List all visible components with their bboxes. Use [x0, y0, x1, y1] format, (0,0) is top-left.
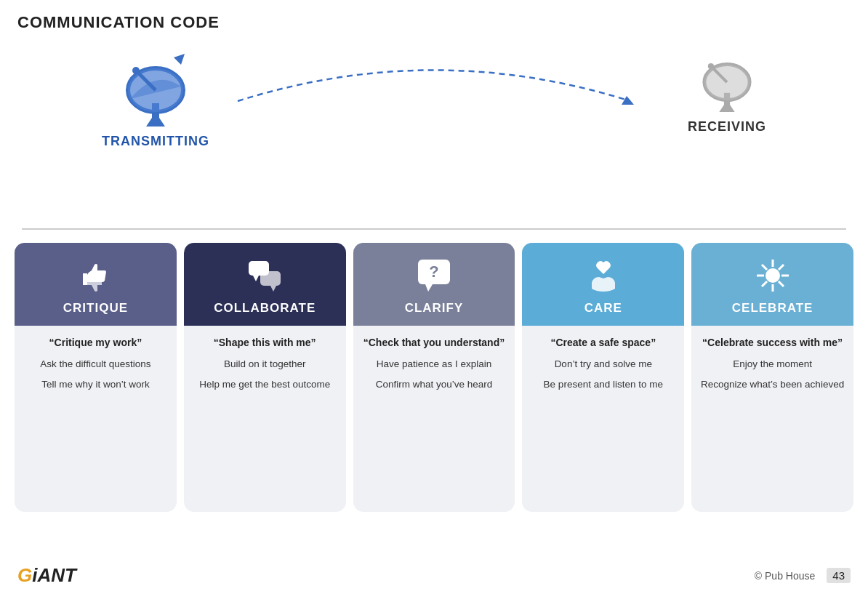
clarify-item-0: Have patience as I explain: [362, 358, 507, 372]
critique-quote: “Critique my work”: [23, 336, 168, 350]
collaborate-label: COLLABORATE: [214, 301, 316, 316]
card-body-care: “Create a safe space” Don’t try and solv…: [522, 326, 684, 512]
transmitting-label: TRANSMITTING: [102, 134, 209, 149]
card-critique: CRITIQUE “Critique my work” Ask the diff…: [15, 243, 177, 512]
top-section: TRANSMITTING RECEIVING: [44, 32, 824, 228]
celebrate-item-0: Enjoy the moment: [700, 358, 845, 372]
card-care: CARE “Create a safe space” Don’t try and…: [522, 243, 684, 512]
svg-rect-16: [260, 271, 281, 286]
svg-point-5: [132, 67, 140, 74]
card-header-collaborate: COLLABORATE: [184, 243, 346, 326]
card-body-clarify: “Check that you understand” Have patienc…: [353, 326, 515, 512]
clarify-icon: ?: [414, 256, 454, 295]
svg-marker-7: [622, 96, 634, 105]
svg-line-27: [779, 281, 784, 286]
svg-point-13: [708, 63, 714, 69]
card-header-celebrate: CELEBRATE: [691, 243, 853, 326]
page-number: 43: [827, 568, 851, 583]
collaborate-icon: [245, 256, 284, 295]
card-clarify: ? CLARIFY “Check that you understand” Ha…: [353, 243, 515, 512]
giant-logo: GiANT: [17, 564, 76, 587]
card-header-clarify: ? CLARIFY: [353, 243, 515, 326]
card-header-critique: CRITIQUE: [15, 243, 177, 326]
svg-marker-15: [253, 276, 259, 281]
celebrate-quote: “Celebrate success with me”: [700, 336, 845, 350]
svg-point-21: [765, 268, 780, 283]
card-celebrate: CELEBRATE “Celebrate success with me” En…: [691, 243, 853, 512]
svg-text:?: ?: [429, 262, 438, 281]
care-quote: “Create a safe space”: [531, 336, 675, 350]
footer-right: © Pub House 43: [755, 568, 851, 583]
receiving-group: RECEIVING: [688, 47, 766, 135]
svg-line-26: [762, 265, 767, 270]
transmitting-group: TRANSMITTING: [102, 47, 209, 149]
svg-marker-17: [270, 286, 276, 292]
cards-row: CRITIQUE “Critique my work” Ask the diff…: [7, 243, 861, 512]
card-collaborate: COLLABORATE “Shape this with me” Build o…: [184, 243, 346, 512]
logo-iant: iANT: [32, 564, 76, 586]
svg-line-28: [779, 265, 784, 270]
critique-item-1: Tell me why it won’t work: [23, 378, 168, 392]
card-header-care: CARE: [522, 243, 684, 326]
svg-marker-6: [174, 54, 185, 65]
receiving-icon: [694, 47, 760, 115]
logo-g: G: [17, 564, 32, 586]
care-label: CARE: [584, 301, 622, 316]
critique-item-0: Ask the difficult questions: [23, 358, 168, 372]
svg-line-29: [762, 281, 767, 286]
clarify-item-1: Confirm what you’ve heard: [362, 378, 507, 392]
clarify-label: CLARIFY: [405, 301, 464, 316]
celebrate-icon: [753, 256, 792, 295]
receiving-label: RECEIVING: [688, 119, 766, 135]
celebrate-label: CELEBRATE: [732, 301, 813, 316]
collaborate-item-1: Help me get the best outcome: [193, 378, 337, 392]
transmitting-icon: [116, 47, 196, 129]
card-body-collaborate: “Shape this with me” Build on it togethe…: [184, 326, 346, 512]
copyright-text: © Pub House: [755, 570, 815, 582]
section-divider: [22, 228, 846, 230]
collaborate-item-0: Build on it together: [193, 358, 337, 372]
svg-marker-19: [425, 284, 433, 292]
card-body-celebrate: “Celebrate success with me” Enjoy the mo…: [691, 326, 853, 512]
arrow-arc: [204, 39, 664, 115]
care-item-0: Don’t try and solve me: [531, 358, 675, 372]
care-item-1: Be present and listen to me: [531, 378, 675, 392]
celebrate-item-1: Recognize what’s been achieved: [700, 378, 845, 392]
collaborate-quote: “Shape this with me”: [193, 336, 337, 350]
critique-icon: [76, 256, 115, 295]
footer: GiANT © Pub House 43: [0, 564, 868, 587]
page-title: COMMUNICATION CODE: [0, 0, 868, 32]
critique-label: CRITIQUE: [63, 301, 128, 316]
card-body-critique: “Critique my work” Ask the difficult que…: [15, 326, 177, 512]
clarify-quote: “Check that you understand”: [362, 336, 507, 350]
care-icon: [584, 256, 623, 295]
